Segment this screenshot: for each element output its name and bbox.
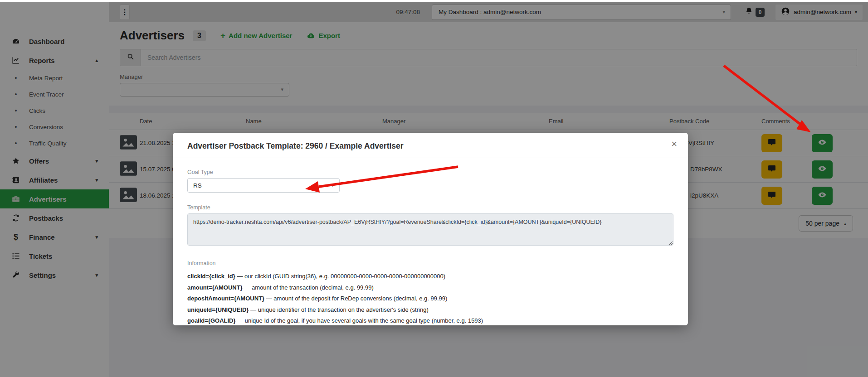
app-screen: Dashboard Reports ▴ • Meta Report • Even… bbox=[0, 0, 868, 377]
modal-title: Advertiser Postback Template: 2960 / Exa… bbox=[187, 141, 673, 151]
info-desc: — unique identifier of the transaction o… bbox=[249, 306, 428, 313]
information-label: Information bbox=[187, 260, 673, 266]
modal-header: Advertiser Postback Template: 2960 / Exa… bbox=[173, 133, 688, 158]
close-icon[interactable]: × bbox=[671, 139, 677, 149]
postback-template-modal: Advertiser Postback Template: 2960 / Exa… bbox=[173, 133, 688, 325]
information-lines: clickId={click_id} — our clickId (GUID s… bbox=[187, 271, 673, 327]
info-param: goalId={GOALID} bbox=[187, 317, 236, 324]
chevron-down-icon: ▾ bbox=[331, 183, 334, 188]
info-line: goalId={GOALID} — unique Id of the goal,… bbox=[187, 315, 673, 327]
modal-body: Goal Type RS ▾ Template https://demo-tra… bbox=[173, 158, 688, 327]
info-param: depositAmount={AMOUNT} bbox=[187, 295, 264, 302]
info-line: depositAmount={AMOUNT} — amount of the d… bbox=[187, 293, 673, 304]
template-textarea[interactable]: https://demo-tracker.neshta.com/api/v6/a… bbox=[187, 213, 673, 246]
info-line: uniqueId={UNIQUEID} — unique identifier … bbox=[187, 304, 673, 316]
info-desc: — unique Id of the goal, if you have sev… bbox=[236, 317, 483, 324]
goal-type-select[interactable]: RS ▾ bbox=[187, 178, 340, 193]
top-edge-strip bbox=[0, 0, 868, 2]
goal-type-label: Goal Type bbox=[187, 169, 673, 175]
goal-type-value: RS bbox=[193, 182, 202, 189]
info-desc: — amount of the deposit for ReDep conver… bbox=[264, 295, 447, 302]
info-desc: — our clickId (GUID string(36), e.g. 000… bbox=[235, 273, 445, 280]
info-line: clickId={click_id} — our clickId (GUID s… bbox=[187, 271, 673, 282]
info-line: amount={AMOUNT} — amount of the transact… bbox=[187, 282, 673, 294]
template-label: Template bbox=[187, 204, 673, 211]
info-param: amount={AMOUNT} bbox=[187, 284, 243, 291]
info-desc: — amount of the transaction (decimal, e.… bbox=[243, 284, 374, 291]
info-param: uniqueId={UNIQUEID} bbox=[187, 306, 249, 313]
info-param: clickId={click_id} bbox=[187, 273, 235, 280]
